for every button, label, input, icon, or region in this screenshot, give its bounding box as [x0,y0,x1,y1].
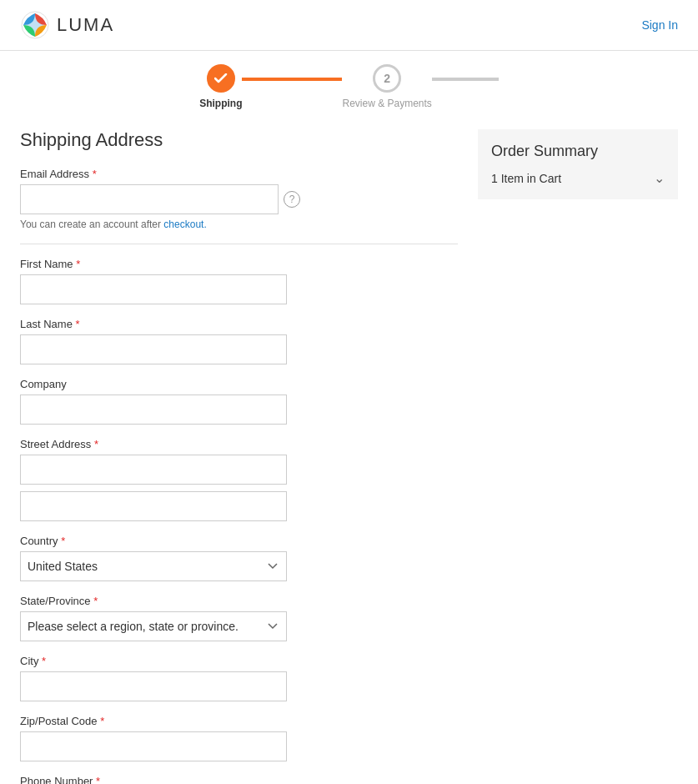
state-group: State/Province * Please select a region,… [20,595,458,641]
street-address-line1[interactable] [20,455,287,485]
step-1-label: Shipping [199,98,242,109]
first-name-group: First Name * [20,258,458,304]
state-required: * [93,595,98,607]
checkout-progress: Shipping 2 Review & Payments [0,51,698,113]
main-container: Shipping Address Email Address * ? You c… [0,113,698,784]
order-summary-title: Order Summary [491,143,665,160]
last-name-group: Last Name * [20,318,458,364]
order-summary-section: Order Summary 1 Item in Cart ⌄ [478,113,678,784]
phone-group: Phone Number * ? [20,775,458,784]
last-name-input[interactable] [20,334,287,364]
first-name-label: First Name * [20,258,458,270]
email-input[interactable] [20,184,279,214]
checkout-link[interactable]: checkout. [163,219,206,230]
street-address-label: Street Address * [20,438,458,450]
shipping-form-section: Shipping Address Email Address * ? You c… [20,113,458,784]
header: LUMA Sign In [0,0,698,51]
last-name-required: * [76,318,80,330]
email-input-row: ? [20,184,458,214]
order-summary-items-text: 1 Item in Cart [491,172,561,185]
checkout-hint: You can create an account after checkout… [20,219,458,230]
last-name-label: Last Name * [20,318,458,330]
country-select[interactable]: United States [20,551,287,581]
city-group: City * [20,655,458,701]
city-label: City * [20,655,458,667]
city-required: * [42,655,46,667]
step-2-review: 2 Review & Payments [342,64,431,109]
phone-label: Phone Number * [20,775,458,784]
email-group: Email Address * ? You can create an acco… [20,168,458,230]
company-label: Company [20,378,458,390]
checkmark-icon [214,73,228,83]
step-1-circle [207,64,235,93]
street-required: * [94,438,98,450]
email-required: * [93,168,97,180]
phone-required: * [96,775,100,784]
email-help-icon[interactable]: ? [284,191,300,208]
state-select[interactable]: Please select a region, state or provinc… [20,611,287,641]
state-label: State/Province * [20,595,458,607]
city-input[interactable] [20,671,287,701]
sign-in-link[interactable]: Sign In [641,18,678,32]
logo-text: LUMA [57,14,114,36]
order-summary-items-row[interactable]: 1 Item in Cart ⌄ [491,170,665,186]
form-divider-1 [20,244,458,244]
luma-logo-icon [20,10,50,40]
zip-label: Zip/Postal Code * [20,715,458,727]
shipping-address-title: Shipping Address [20,129,458,151]
street-address-group: Street Address * [20,438,458,521]
country-required: * [61,535,65,547]
first-name-required: * [76,258,80,270]
company-input[interactable] [20,395,287,425]
email-label: Email Address * [20,168,458,180]
country-group: Country * United States [20,535,458,581]
chevron-down-icon: ⌄ [654,170,665,186]
step-2-label: Review & Payments [342,98,431,109]
zip-input[interactable] [20,731,287,761]
country-label: Country * [20,535,458,547]
order-summary-box: Order Summary 1 Item in Cart ⌄ [478,129,678,199]
progress-connector-2 [432,78,499,81]
step-1-shipping: Shipping [199,64,242,109]
zip-group: Zip/Postal Code * [20,715,458,761]
progress-connector [242,78,342,81]
zip-required: * [100,715,104,727]
step-2-circle: 2 [373,64,401,93]
logo: LUMA [20,10,114,40]
company-group: Company [20,378,458,425]
street-address-line2[interactable] [20,491,287,521]
first-name-input[interactable] [20,274,287,304]
